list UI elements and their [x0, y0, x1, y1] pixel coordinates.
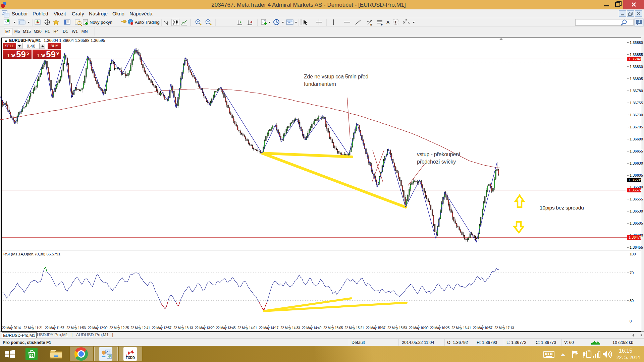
svg-text:100: 100	[630, 252, 636, 256]
svg-text:1.36755: 1.36755	[630, 101, 643, 105]
svg-text:RSI (M1,14,Open,70,30) 65.5791: RSI (M1,14,Open,70,30) 65.5791	[3, 252, 60, 256]
svg-text:1.36855: 1.36855	[630, 53, 643, 57]
svg-text:1.36455: 1.36455	[630, 245, 643, 249]
svg-text:1.36805: 1.36805	[630, 77, 643, 81]
svg-text:1.36846: 1.36846	[629, 57, 642, 61]
svg-text:22 May 2014: 22 May 2014	[2, 326, 21, 330]
svg-text:1.36476: 1.36476	[629, 235, 642, 239]
svg-text:1.36655: 1.36655	[630, 149, 643, 153]
svg-text:22 May 16:57: 22 May 16:57	[473, 326, 493, 330]
svg-text:Zde ne vstup cca 5min před: Zde ne vstup cca 5min před	[304, 74, 368, 79]
svg-text:70: 70	[630, 271, 634, 275]
svg-text:1.36555: 1.36555	[630, 197, 643, 201]
svg-text:1.36505: 1.36505	[630, 221, 643, 225]
svg-text:předchozí svíčky: předchozí svíčky	[417, 159, 456, 165]
svg-text:▲ EURUSD-Pro,M11.36604 1.36604: ▲ EURUSD-Pro,M11.36604 1.36604 1.36588 1…	[4, 38, 105, 43]
svg-text:22 May 13:45: 22 May 13:45	[216, 326, 236, 330]
svg-text:22 May 16:41: 22 May 16:41	[451, 326, 471, 330]
svg-text:22 May 13:13: 22 May 13:13	[173, 326, 193, 330]
svg-text:fundamentem: fundamentem	[304, 81, 336, 87]
svg-text:22 May 11:53: 22 May 11:53	[66, 326, 86, 330]
svg-text:1.36630: 1.36630	[630, 161, 643, 165]
svg-text:1.36574: 1.36574	[629, 188, 642, 192]
svg-text:1.36830: 1.36830	[630, 65, 643, 69]
svg-text:22 May 15:05: 22 May 15:05	[323, 326, 343, 330]
svg-text:22 May 15:53: 22 May 15:53	[387, 326, 407, 330]
svg-text:22 May 12:57: 22 May 12:57	[152, 326, 172, 330]
svg-text:vstup - překoupení: vstup - překoupení	[417, 152, 461, 157]
svg-text:1.36705: 1.36705	[630, 125, 643, 129]
svg-text:22 May 15:21: 22 May 15:21	[344, 326, 364, 330]
svg-text:1.36605: 1.36605	[630, 173, 643, 177]
svg-text:1.36880: 1.36880	[630, 41, 643, 45]
svg-text:22 May 11:21: 22 May 11:21	[23, 326, 43, 330]
svg-text:0: 0	[630, 319, 632, 323]
svg-text:FXDD: FXDD	[126, 356, 135, 360]
svg-text:22 May 14:49: 22 May 14:49	[302, 326, 322, 330]
svg-text:22 May 14:33: 22 May 14:33	[280, 326, 300, 330]
svg-text:22 May 12:09: 22 May 12:09	[88, 326, 108, 330]
svg-text:10pips bez spreadu: 10pips bez spreadu	[540, 205, 584, 210]
svg-text:1.36680: 1.36680	[630, 137, 643, 141]
svg-text:22 May 13:29: 22 May 13:29	[195, 326, 215, 330]
svg-text:1.36780: 1.36780	[630, 89, 643, 93]
svg-text:1.36595: 1.36595	[629, 178, 642, 182]
svg-text:22 May 15:37: 22 May 15:37	[366, 326, 386, 330]
svg-text:30: 30	[630, 299, 634, 303]
svg-text:1.36730: 1.36730	[630, 113, 643, 117]
svg-text:22 May 16:25: 22 May 16:25	[430, 326, 450, 330]
svg-text:22 May 14:01: 22 May 14:01	[237, 326, 257, 330]
svg-text:22 May 16:09: 22 May 16:09	[409, 326, 429, 330]
svg-text:22 May 11:37: 22 May 11:37	[45, 326, 64, 330]
svg-text:22 May 17:13: 22 May 17:13	[494, 326, 514, 330]
svg-text:22 May 14:17: 22 May 14:17	[259, 326, 279, 330]
svg-text:1.36530: 1.36530	[630, 209, 643, 213]
svg-text:22 May 12:25: 22 May 12:25	[109, 326, 129, 330]
svg-text:22 May 12:41: 22 May 12:41	[130, 326, 150, 330]
